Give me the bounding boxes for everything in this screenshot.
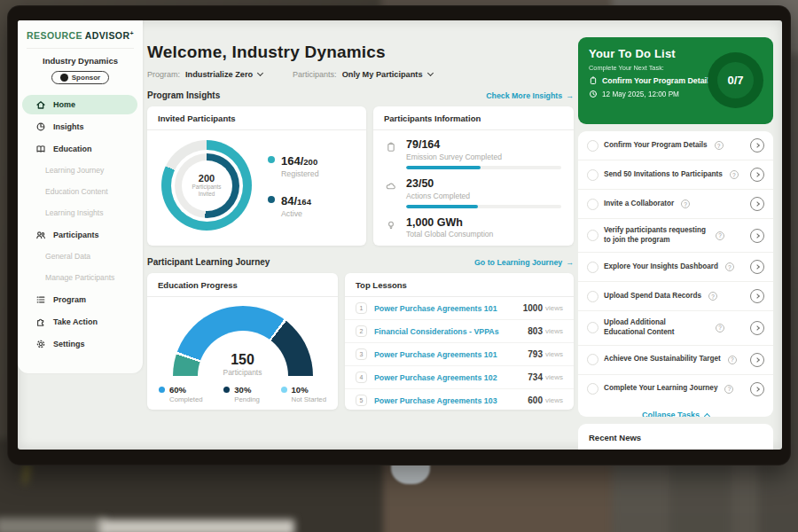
lesson-link[interactable]: Financial Considerations - VPPAs (374, 327, 528, 336)
sidebar-item-learning-insights[interactable]: Learning Insights (22, 204, 137, 222)
info-icon[interactable]: ? (724, 385, 733, 394)
check-more-insights-link[interactable]: Check More Insights → (486, 91, 574, 100)
task-row: Invite a Collaborator ? (578, 190, 773, 219)
top-lessons-card: Top Lessons 1 Power Purchase Agreements … (345, 273, 574, 410)
recent-news-card: Recent News (578, 424, 773, 450)
task-row: Upload Additional Educational Content ? (578, 311, 773, 345)
sidebar-item-participants[interactable]: Participants (22, 225, 137, 245)
actions-cloud-icon (386, 181, 400, 200)
task-open-button[interactable] (750, 382, 764, 396)
section-title-learning-journey: Participant Learning Journey (147, 257, 270, 267)
task-checkbox[interactable] (587, 322, 598, 333)
progress-track (406, 166, 561, 169)
education-progress-card: Education Progress 150 Participants (147, 273, 338, 410)
go-to-learning-journey-link[interactable]: Go to Learning Journey → (474, 258, 574, 267)
task-open-button[interactable] (750, 229, 764, 243)
task-checkbox[interactable] (587, 230, 598, 241)
info-icon[interactable]: ? (716, 231, 724, 240)
stat-bar-fill-0 (406, 166, 481, 169)
task-checkbox[interactable] (587, 291, 598, 302)
program-dropdown[interactable]: Program: Industrialize Zero (147, 70, 262, 79)
todo-progress-ring: 0/7 (708, 52, 763, 108)
sidebar-item-education[interactable]: Education (22, 139, 137, 159)
take-action-icon (35, 317, 46, 327)
task-checkbox[interactable] (587, 354, 598, 365)
info-icon[interactable]: ? (728, 356, 737, 364)
invited-donut-chart: 200 Participants Invited (161, 140, 252, 231)
sidebar-item-insights[interactable]: Insights (22, 117, 137, 137)
info-icon[interactable]: ? (681, 200, 690, 208)
card-title: Top Lessons (345, 273, 574, 297)
lesson-link[interactable]: Power Purchase Agreements 102 (374, 373, 528, 382)
info-icon[interactable]: ? (716, 324, 724, 332)
stat-bar-fill-1 (406, 205, 478, 208)
task-row: Send 50 Invitations to Participants ? (578, 160, 773, 190)
sidebar-item-general-data[interactable]: General Data (22, 247, 137, 265)
info-icon[interactable]: ? (708, 292, 717, 301)
chevron-up-icon (704, 413, 710, 417)
task-open-button[interactable] (750, 197, 764, 211)
lesson-link[interactable]: Power Purchase Agreements 103 (374, 396, 528, 405)
lesson-row: 4 Power Purchase Agreements 102 734 view… (345, 366, 574, 389)
legend-dot (223, 387, 230, 393)
task-open-button[interactable] (750, 168, 764, 182)
info-icon[interactable]: ? (725, 262, 734, 271)
task-checkbox[interactable] (587, 169, 598, 181)
org-name: Industry Dynamics (18, 56, 143, 66)
page-title: Welcome, Industry Dynamics (147, 43, 574, 62)
card-title: Participants Information (373, 106, 574, 130)
sponsor-badge: Sponsor (51, 71, 109, 84)
lesson-link[interactable]: Power Purchase Agreements 101 (374, 350, 528, 359)
desk-edge-light (99, 520, 294, 532)
task-checkbox[interactable] (587, 262, 598, 273)
photo-scene: RESOURCE ADVISOR+ Industry Dynamics Spon… (0, 0, 798, 532)
sidebar-item-education-content[interactable]: Education Content (22, 183, 137, 200)
task-open-button[interactable] (750, 353, 764, 367)
clock-icon (589, 90, 598, 98)
participants-dropdown[interactable]: Participants: Only My Participants (293, 70, 432, 79)
chevron-right-icon (755, 357, 760, 363)
chevron-right-icon (755, 233, 760, 239)
info-icon[interactable]: ? (730, 170, 739, 179)
task-row: Confirm Your Program Details ? (578, 131, 773, 160)
sidebar-item-learning-journey[interactable]: Learning Journey (22, 161, 137, 179)
desk-edge (0, 518, 106, 532)
sidebar-item-settings[interactable]: Settings (22, 334, 137, 354)
todo-counter: 0/7 (727, 74, 743, 87)
sidebar-item-manage-participants[interactable]: Manage Participants (22, 269, 137, 286)
task-row: Complete Your Learning Journey ? (578, 375, 773, 403)
task-open-button[interactable] (750, 289, 764, 303)
task-checkbox[interactable] (587, 140, 598, 152)
gauge-legend: 60%Completed 30%Pending 10%Not Started (147, 385, 338, 403)
collapse-tasks-link[interactable]: Collapse Tasks (578, 403, 773, 417)
sponsor-icon (60, 74, 68, 82)
consumption-bulb-icon (386, 220, 400, 239)
lesson-row: 1 Power Purchase Agreements 101 1000 vie… (345, 297, 574, 320)
task-open-button[interactable] (750, 260, 764, 274)
donut-legend: 164/200 Registered 84/164 Active (268, 153, 319, 218)
sidebar-item-program[interactable]: Program (22, 290, 137, 309)
task-checkbox[interactable] (587, 383, 598, 395)
sidebar-item-home[interactable]: Home (22, 95, 137, 114)
invited-participants-card: Invited Participants 200 Participants In… (147, 106, 366, 246)
task-row: Verify participants requesting to join t… (578, 219, 773, 253)
sidebar-item-take-action[interactable]: Take Action (22, 312, 137, 332)
recent-news-title: Recent News (589, 433, 763, 442)
chevron-down-icon (257, 70, 263, 76)
education-icon (35, 144, 46, 154)
task-open-button[interactable] (750, 138, 764, 153)
participants-icon (35, 230, 46, 240)
card-title: Invited Participants (147, 106, 366, 130)
task-open-button[interactable] (750, 321, 764, 335)
task-row: Achieve One Sustainability Target ? (578, 346, 773, 375)
stat-global-consumption: 1,000 GWh Total Global Consumption (386, 217, 561, 239)
lesson-link[interactable]: Power Purchase Agreements 101 (374, 304, 523, 313)
chevron-right-icon (755, 264, 760, 270)
legend-dot (268, 156, 275, 163)
dashboard-screen: RESOURCE ADVISOR+ Industry Dynamics Spon… (18, 20, 782, 450)
info-icon[interactable]: ? (715, 141, 724, 150)
task-checkbox[interactable] (587, 199, 598, 210)
stat-emission-survey: 79/164 Emission Survey Completed (386, 139, 561, 169)
monitor-bezel: RESOURCE ADVISOR+ Industry Dynamics Spon… (7, 5, 791, 466)
lesson-row: 3 Power Purchase Agreements 101 793 view… (345, 343, 574, 366)
